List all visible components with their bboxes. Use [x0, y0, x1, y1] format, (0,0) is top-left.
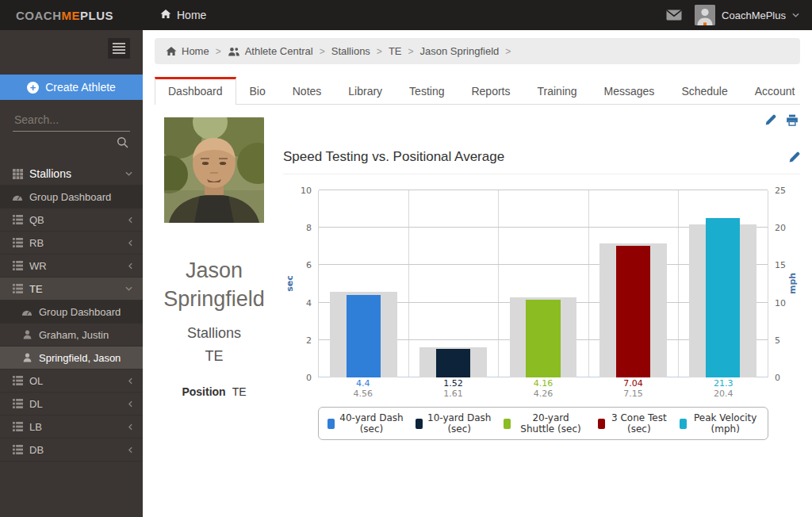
legend-label: 40-yard Dash (sec) — [339, 412, 404, 435]
sidebar: + Create Athlete StallionsGroup Dashboar… — [0, 30, 143, 517]
chevron-down-icon — [792, 13, 799, 17]
chart-legend: 40-yard Dash (sec)10-yard Dash (sec)20-y… — [318, 407, 768, 440]
tab-library[interactable]: Library — [335, 77, 396, 105]
vertical-gridline — [588, 190, 589, 377]
sidebar-item-springfield-jason[interactable]: Springfield, Jason — [0, 347, 143, 370]
legend-item[interactable]: 3 Cone Test (sec) — [598, 412, 668, 435]
search-icon[interactable] — [117, 136, 128, 151]
app-logo: COACHMEPLUS — [0, 9, 143, 22]
sidebar-item-label: OL — [29, 375, 43, 387]
breadcrumb-te[interactable]: TE — [389, 45, 402, 57]
right-axis-tick: 25 — [775, 186, 786, 196]
left-axis-tick: 0 — [306, 373, 312, 383]
list-icon — [12, 261, 23, 270]
sidebar-item-dl[interactable]: DL — [0, 393, 143, 416]
tab-schedule[interactable]: Schedule — [668, 77, 741, 105]
breadcrumb-jason-springfield[interactable]: Jason Springfield — [420, 45, 500, 57]
topbar-right: CoachMePlus — [666, 5, 812, 25]
print-icon[interactable] — [786, 114, 799, 126]
legend-item[interactable]: 20-yard Shuttle (sec) — [504, 412, 587, 435]
athlete-value-label: 4.16 — [498, 378, 588, 389]
chevron-left-icon — [128, 400, 132, 408]
gauge-icon — [21, 308, 33, 316]
tab-dashboard[interactable]: Dashboard — [155, 77, 236, 105]
breadcrumb-separator: > — [216, 46, 221, 57]
breadcrumb-stallions[interactable]: Stallions — [331, 45, 370, 57]
average-value-label: 4.56 — [318, 389, 408, 399]
sidebar-item-label: QB — [29, 214, 44, 226]
left-axis-tick: 6 — [306, 260, 312, 270]
tab-notes[interactable]: Notes — [279, 77, 335, 105]
sidebar-item-group-dashboard[interactable]: Group Dashboard — [0, 186, 143, 209]
legend-item[interactable]: 10-yard Dash (sec) — [416, 412, 492, 435]
right-axis-tick: 15 — [775, 260, 786, 270]
sidebar-item-wr[interactable]: WR — [0, 255, 143, 278]
right-axis-tick: 20 — [775, 223, 786, 233]
breadcrumb-separator: > — [377, 46, 382, 57]
sidebar-item-ol[interactable]: OL — [0, 370, 143, 393]
tab-account[interactable]: Account — [741, 77, 809, 105]
list-icon — [12, 376, 23, 385]
tab-bio[interactable]: Bio — [236, 77, 279, 105]
legend-item[interactable]: 40-yard Dash (sec) — [327, 412, 404, 435]
chevron-left-icon — [128, 239, 132, 247]
tab-bar: DashboardBioNotesLibraryTestingReportsTr… — [155, 76, 800, 105]
sidebar-item-lb[interactable]: LB — [0, 416, 143, 438]
breadcrumb-home[interactable]: Home — [166, 45, 209, 57]
left-axis: sec0246810 — [283, 190, 318, 377]
bar-athlete — [526, 300, 560, 377]
user-menu[interactable]: CoachMePlus — [695, 5, 799, 25]
messages-envelope-icon[interactable] — [666, 10, 682, 21]
legend-swatch — [598, 419, 605, 429]
sidebar-item-te[interactable]: TE — [0, 278, 143, 301]
sidebar-search — [0, 100, 143, 159]
breadcrumb-separator: > — [320, 46, 325, 57]
value-label-group: 7.047.15 — [588, 378, 679, 399]
sidebar-item-te-group-dashboard[interactable]: Group Dashboard — [0, 301, 143, 324]
vertical-gridline — [498, 190, 499, 377]
grid-icon — [12, 169, 23, 179]
sidebar-item-label: DB — [29, 444, 44, 456]
sidebar-item-label: Group Dashboard — [39, 306, 121, 318]
value-label-group: 21.320.4 — [678, 378, 768, 399]
chevron-left-icon — [128, 423, 132, 431]
list-icon — [12, 238, 23, 247]
sidebar-item-label: Graham, Justin — [39, 329, 109, 341]
search-input[interactable] — [13, 111, 130, 132]
horizontal-gridline — [319, 190, 768, 190]
avatar — [695, 5, 715, 25]
breadcrumb-athlete-central[interactable]: Athlete Central — [228, 45, 313, 57]
sidebar-item-db[interactable]: DB — [0, 438, 143, 461]
athlete-dashboard-card: Jason Springfield Stallions TE PositionT… — [143, 105, 812, 440]
main-area: Home>Athlete Central>Stallions>TE>Jason … — [143, 30, 812, 517]
right-axis-tick: 0 — [775, 373, 780, 383]
sidebar-item-rb[interactable]: RB — [0, 232, 143, 255]
right-axis-tick: 5 — [775, 335, 780, 345]
create-athlete-button[interactable]: + Create Athlete — [0, 75, 143, 100]
sidebar-item-label: TE — [29, 283, 43, 295]
sidebar-item-graham-justin[interactable]: Graham, Justin — [0, 324, 143, 347]
chart-value-labels: 4.44.561.521.614.164.267.047.1521.320.4 — [318, 378, 768, 399]
list-icon — [12, 284, 23, 293]
legend-swatch — [680, 419, 687, 429]
breadcrumb-separator: > — [505, 46, 511, 57]
topbar-home-link[interactable]: Home — [160, 9, 206, 21]
left-axis-tick: 2 — [306, 335, 312, 345]
list-icon — [12, 215, 23, 224]
left-axis-tick: 10 — [301, 186, 312, 196]
vertical-gridline — [678, 190, 679, 377]
tab-testing[interactable]: Testing — [396, 77, 458, 105]
sidebar-collapse-button[interactable] — [108, 38, 130, 59]
tab-training[interactable]: Training — [524, 77, 591, 105]
legend-item[interactable]: Peak Velocity (mph) — [680, 412, 759, 435]
bar-athlete — [706, 218, 740, 377]
sidebar-item-qb[interactable]: QB — [0, 209, 143, 232]
breadcrumb-separator: > — [408, 46, 414, 57]
sidebar-item-stallions[interactable]: Stallions — [0, 163, 143, 186]
edit-icon[interactable] — [764, 114, 776, 126]
chart-edit-icon[interactable] — [788, 151, 800, 163]
tab-messages[interactable]: Messages — [591, 77, 668, 105]
left-axis-title: sec — [285, 275, 295, 292]
legend-label: 10-yard Dash (sec) — [427, 412, 492, 435]
tab-reports[interactable]: Reports — [458, 77, 523, 105]
